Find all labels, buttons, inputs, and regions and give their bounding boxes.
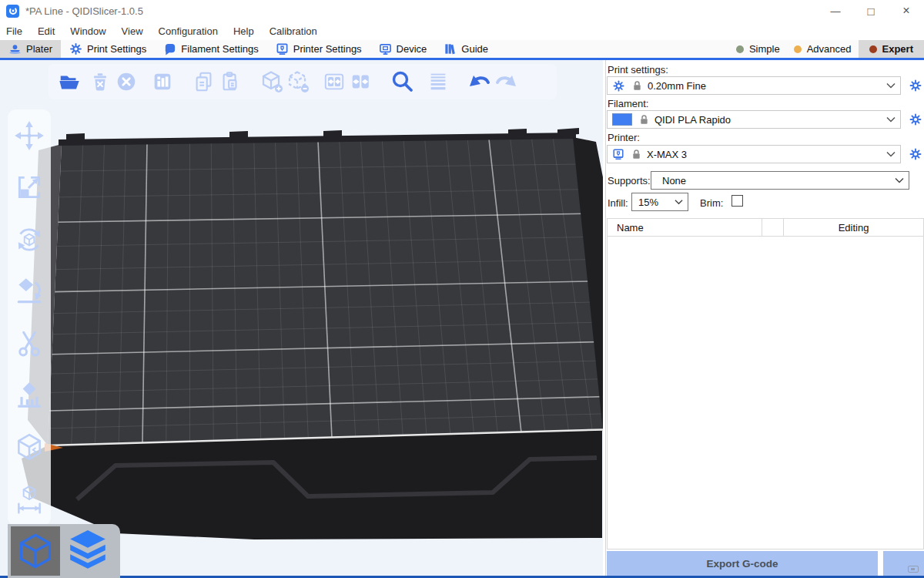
tab-label: Plater <box>26 43 52 55</box>
menu-calibration[interactable]: Calibration <box>262 25 325 37</box>
tab-label: Print Settings <box>87 43 146 55</box>
layer-height-icon <box>427 70 450 93</box>
paste-button[interactable] <box>217 67 243 96</box>
arrange-button[interactable] <box>149 67 176 96</box>
redo-button[interactable] <box>493 67 519 96</box>
preview-button[interactable] <box>63 526 112 576</box>
tab-label: Filament Settings <box>181 43 258 55</box>
undo-icon <box>467 69 492 94</box>
lock-icon <box>631 148 642 160</box>
infill-combo[interactable]: 15% <box>631 193 688 211</box>
gear-icon <box>909 79 922 92</box>
search-button[interactable] <box>389 67 415 96</box>
chevron-down-icon <box>895 177 904 183</box>
copy-icon <box>192 70 216 93</box>
paste-icon <box>219 70 242 93</box>
3d-editor-view-button[interactable] <box>11 526 60 576</box>
cut-button[interactable] <box>12 327 46 361</box>
mode-label: Expert <box>882 43 913 55</box>
undo-button[interactable] <box>467 67 493 96</box>
delete-all-button[interactable] <box>113 67 139 96</box>
print-settings-gear-button[interactable] <box>908 78 923 93</box>
viewport-3d-canvas[interactable] <box>0 60 603 578</box>
app-logo-icon <box>6 5 19 18</box>
delete-button[interactable] <box>87 67 113 96</box>
print-settings-label: Print settings: <box>608 64 668 76</box>
tab-print-settings[interactable]: Print Settings <box>61 40 155 58</box>
chevron-down-icon <box>886 82 896 89</box>
split-objects-icon <box>323 70 346 93</box>
split-to-parts-button[interactable] <box>347 67 373 96</box>
move-button[interactable] <box>12 119 46 153</box>
tab-printer-settings[interactable]: Printer Settings <box>267 40 370 58</box>
printer-gear-button[interactable] <box>908 146 923 162</box>
supports-combo[interactable]: None <box>651 171 909 190</box>
menu-edit[interactable]: Edit <box>30 25 62 37</box>
seam-button[interactable] <box>12 431 46 465</box>
window-title: *PA Line - QIDISlicer-1.0.5 <box>25 5 143 17</box>
scale-button[interactable] <box>12 170 46 204</box>
guide-icon <box>444 42 457 55</box>
printer-combo[interactable]: X-MAX 3 <box>607 145 901 163</box>
menu-view[interactable]: View <box>114 25 151 37</box>
printer-value: X-MAX 3 <box>647 149 687 160</box>
print-settings-combo[interactable]: 0.20mm Fine <box>607 76 901 95</box>
plater-toolbar <box>49 64 557 99</box>
search-icon <box>390 69 414 94</box>
mode-switcher: Simple Advanced Expert <box>729 40 924 58</box>
move-icon <box>13 119 45 152</box>
printer-icon <box>612 148 624 160</box>
copy-button[interactable] <box>191 67 217 96</box>
column-editing: Editing <box>784 219 923 236</box>
tab-device[interactable]: Device <box>370 40 436 58</box>
filament-combo[interactable]: QIDI PLA Rapido <box>607 110 901 129</box>
brim-checkbox[interactable] <box>732 195 743 207</box>
tab-filament-settings[interactable]: Filament Settings <box>155 40 266 58</box>
export-gcode-button[interactable]: Export G-code <box>607 551 878 576</box>
object-list-table[interactable]: Name Editing <box>607 218 924 549</box>
add-instance-button[interactable] <box>259 67 285 96</box>
seam-icon <box>13 432 45 464</box>
titlebar: *PA Line - QIDISlicer-1.0.5 — □ × <box>0 0 924 22</box>
minimize-button[interactable]: — <box>818 0 853 22</box>
export-options-button[interactable] <box>883 551 924 576</box>
mode-expert[interactable]: Expert <box>859 40 924 58</box>
gear-icon <box>69 42 82 55</box>
device-icon <box>379 42 392 55</box>
filament-gear-button[interactable] <box>908 112 923 127</box>
rotate-button[interactable] <box>12 223 46 257</box>
simple-dot-icon <box>736 45 744 53</box>
tab-label: Guide <box>461 43 488 55</box>
arrange-icon <box>151 70 174 93</box>
brim-label: Brim: <box>700 197 723 209</box>
open-button[interactable] <box>56 67 82 96</box>
supports-button[interactable] <box>12 378 46 412</box>
close-button[interactable]: × <box>889 0 924 22</box>
chevron-down-icon <box>675 199 683 205</box>
preview-layers-icon <box>67 529 109 573</box>
mode-advanced[interactable]: Advanced <box>787 40 859 58</box>
add-instance-icon <box>259 69 284 94</box>
menu-help[interactable]: Help <box>226 25 262 37</box>
tab-guide[interactable]: Guide <box>435 40 497 58</box>
maximize-button[interactable]: □ <box>853 0 889 22</box>
printer-label: Printer: <box>608 132 640 143</box>
menu-window[interactable]: Window <box>62 25 113 37</box>
menu-file[interactable]: File <box>0 25 30 37</box>
chevron-down-icon <box>886 151 896 157</box>
remove-instance-button[interactable] <box>285 67 311 96</box>
variable-layer-height-button[interactable] <box>425 67 451 96</box>
place-on-face-button[interactable] <box>12 274 46 308</box>
measure-button[interactable] <box>12 482 46 516</box>
advanced-dot-icon <box>794 45 802 53</box>
lock-icon <box>631 79 643 92</box>
chevron-down-icon <box>886 116 896 123</box>
menubar: File Edit Window View Configuration Help… <box>0 22 924 40</box>
mode-simple[interactable]: Simple <box>729 40 787 58</box>
plater-icon <box>8 42 22 55</box>
split-to-objects-button[interactable] <box>321 67 347 96</box>
menu-configuration[interactable]: Configuration <box>151 25 226 37</box>
supports-value: None <box>662 175 686 187</box>
tab-plater[interactable]: Plater <box>0 40 61 58</box>
cut-icon <box>13 328 45 360</box>
